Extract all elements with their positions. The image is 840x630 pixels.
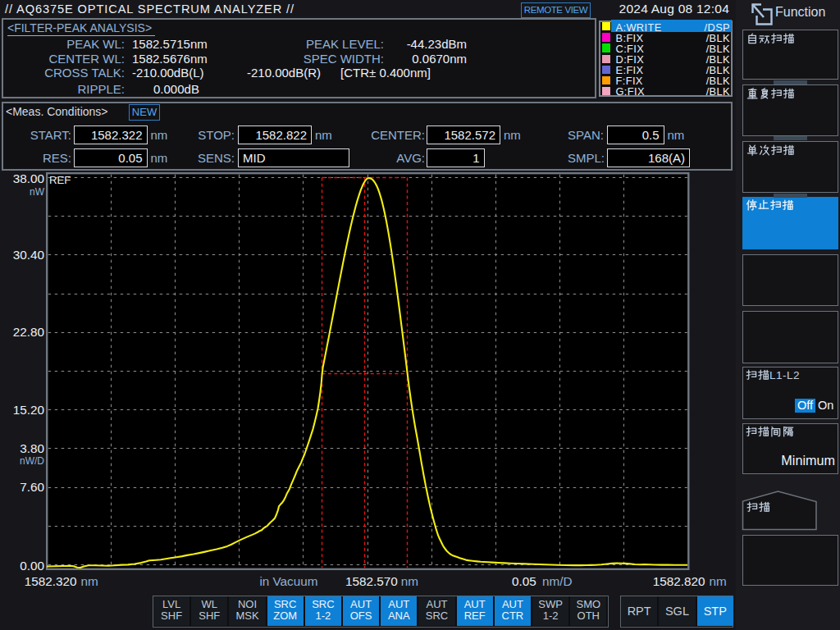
- svg-text:nW: nW: [30, 186, 45, 198]
- svg-text:0.05: 0.05: [512, 574, 536, 588]
- svg-text:1582.320: 1582.320: [25, 574, 77, 588]
- svg-text:in Vacuum: in Vacuum: [259, 574, 317, 588]
- svg-text:1582.820: 1582.820: [653, 574, 705, 588]
- svg-text:3.80: 3.80: [20, 441, 44, 455]
- svg-text:0.00: 0.00: [20, 559, 44, 573]
- svg-text:30.40: 30.40: [13, 248, 44, 262]
- svg-text:22.80: 22.80: [13, 325, 44, 339]
- svg-text:REF: REF: [49, 174, 71, 186]
- svg-text:nW/D: nW/D: [20, 455, 44, 467]
- svg-text:15.20: 15.20: [13, 403, 44, 417]
- svg-text:nm: nm: [80, 574, 98, 588]
- svg-text:7.60: 7.60: [20, 480, 44, 494]
- svg-text:nm: nm: [401, 574, 418, 588]
- svg-text:nm/D: nm/D: [542, 574, 573, 588]
- svg-text:nm: nm: [710, 574, 727, 588]
- svg-text:38.00: 38.00: [13, 171, 44, 185]
- svg-text:1582.570: 1582.570: [345, 574, 398, 588]
